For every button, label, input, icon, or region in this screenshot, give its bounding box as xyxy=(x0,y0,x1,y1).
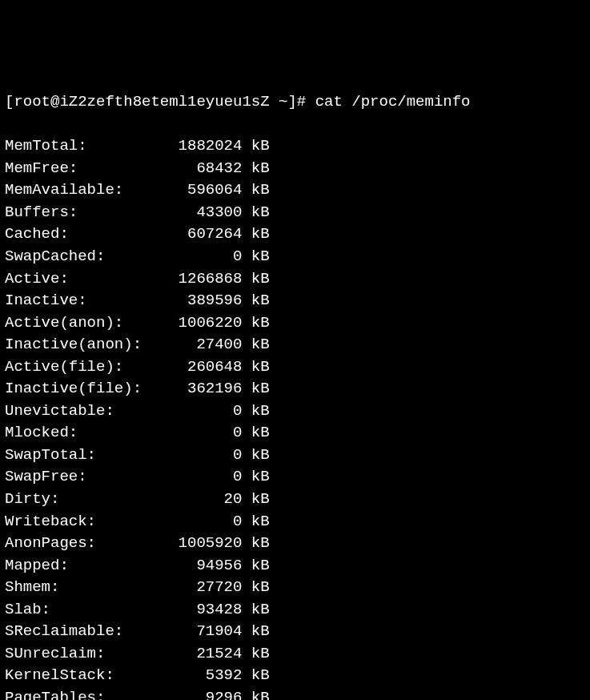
meminfo-unit: kB xyxy=(242,356,269,379)
meminfo-unit: kB xyxy=(242,246,269,268)
meminfo-label: KernelStack: xyxy=(5,665,169,687)
meminfo-row: KernelStack:5392kB xyxy=(5,665,585,687)
meminfo-row: SUnreclaim:21524kB xyxy=(5,643,585,666)
meminfo-unit: kB xyxy=(242,179,269,202)
meminfo-row: Inactive(anon):27400kB xyxy=(5,334,585,356)
meminfo-label: SUnreclaim: xyxy=(5,643,169,666)
meminfo-row: Mlocked:0kB xyxy=(5,422,585,445)
meminfo-row: MemAvailable:596064kB xyxy=(5,179,585,202)
meminfo-row: Mapped:94956kB xyxy=(5,555,585,577)
meminfo-row: Inactive:389596kB xyxy=(5,290,585,312)
meminfo-row: Inactive(file):362196kB xyxy=(5,378,585,400)
meminfo-unit: kB xyxy=(242,665,269,687)
meminfo-row: SwapTotal:0kB xyxy=(5,445,585,467)
meminfo-unit: kB xyxy=(242,334,269,356)
meminfo-unit: kB xyxy=(242,202,269,224)
meminfo-label: Inactive: xyxy=(5,290,169,312)
meminfo-value: 389596 xyxy=(169,290,242,312)
meminfo-row: Dirty:20kB xyxy=(5,489,585,511)
meminfo-label: MemFree: xyxy=(5,158,169,180)
meminfo-value: 21524 xyxy=(169,643,242,666)
meminfo-value: 68432 xyxy=(169,158,242,180)
meminfo-unit: kB xyxy=(242,466,269,489)
meminfo-unit: kB xyxy=(242,312,269,335)
meminfo-row: MemTotal:1882024kB xyxy=(5,135,585,158)
meminfo-unit: kB xyxy=(242,511,269,533)
meminfo-row: Shmem:27720kB xyxy=(5,577,585,599)
meminfo-label: AnonPages: xyxy=(5,533,169,555)
meminfo-label: Active: xyxy=(5,268,169,291)
meminfo-label: Inactive(anon): xyxy=(5,334,169,356)
meminfo-label: Mapped: xyxy=(5,555,169,577)
meminfo-unit: kB xyxy=(242,577,269,599)
meminfo-unit: kB xyxy=(242,445,269,467)
meminfo-row: Active(file):260648kB xyxy=(5,356,585,379)
meminfo-unit: kB xyxy=(242,290,269,312)
meminfo-label: Unevictable: xyxy=(5,400,169,423)
meminfo-value: 93428 xyxy=(169,599,242,622)
meminfo-unit: kB xyxy=(242,400,269,423)
meminfo-value: 27720 xyxy=(169,577,242,599)
meminfo-row: Writeback:0kB xyxy=(5,511,585,533)
meminfo-unit: kB xyxy=(242,268,269,291)
meminfo-label: Mlocked: xyxy=(5,422,169,445)
meminfo-value: 1882024 xyxy=(169,135,242,158)
meminfo-value: 0 xyxy=(169,511,242,533)
meminfo-row: Slab:93428kB xyxy=(5,599,585,622)
meminfo-label: SReclaimable: xyxy=(5,621,169,643)
meminfo-value: 1266868 xyxy=(169,268,242,291)
meminfo-value: 607264 xyxy=(169,223,242,246)
meminfo-value: 20 xyxy=(169,489,242,511)
meminfo-label: Active(anon): xyxy=(5,312,169,335)
meminfo-unit: kB xyxy=(242,378,269,400)
meminfo-label: SwapCached: xyxy=(5,246,169,268)
meminfo-label: MemAvailable: xyxy=(5,179,169,202)
meminfo-label: Writeback: xyxy=(5,511,169,533)
meminfo-value: 0 xyxy=(169,246,242,268)
meminfo-row: Active(anon):1006220kB xyxy=(5,312,585,335)
meminfo-value: 0 xyxy=(169,445,242,467)
meminfo-label: SwapTotal: xyxy=(5,445,169,467)
meminfo-value: 1006220 xyxy=(169,312,242,335)
meminfo-value: 71904 xyxy=(169,621,242,643)
meminfo-row: MemFree:68432kB xyxy=(5,158,585,180)
meminfo-row: Unevictable:0kB xyxy=(5,400,585,423)
meminfo-label: Slab: xyxy=(5,599,169,622)
meminfo-row: SwapFree:0kB xyxy=(5,466,585,489)
meminfo-value: 27400 xyxy=(169,334,242,356)
meminfo-unit: kB xyxy=(242,555,269,577)
meminfo-label: Inactive(file): xyxy=(5,378,169,400)
meminfo-label: SwapFree: xyxy=(5,466,169,489)
meminfo-row: AnonPages:1005920kB xyxy=(5,533,585,555)
meminfo-label: Active(file): xyxy=(5,356,169,379)
meminfo-value: 0 xyxy=(169,400,242,423)
meminfo-value: 94956 xyxy=(169,555,242,577)
meminfo-value: 1005920 xyxy=(169,533,242,555)
meminfo-row: Cached:607264kB xyxy=(5,223,585,246)
meminfo-row: Active:1266868kB xyxy=(5,268,585,291)
meminfo-unit: kB xyxy=(242,643,269,666)
meminfo-value: 9296 xyxy=(169,687,242,700)
meminfo-value: 0 xyxy=(169,422,242,445)
meminfo-value: 0 xyxy=(169,466,242,489)
meminfo-value: 362196 xyxy=(169,378,242,400)
meminfo-unit: kB xyxy=(242,158,269,180)
meminfo-unit: kB xyxy=(242,135,269,158)
meminfo-label: PageTables: xyxy=(5,687,169,700)
meminfo-label: Buffers: xyxy=(5,202,169,224)
meminfo-value: 43300 xyxy=(169,202,242,224)
meminfo-output: MemTotal:1882024kBMemFree:68432kBMemAvai… xyxy=(5,135,585,700)
meminfo-value: 260648 xyxy=(169,356,242,379)
meminfo-value: 5392 xyxy=(169,665,242,687)
meminfo-row: SwapCached:0kB xyxy=(5,246,585,268)
meminfo-label: Cached: xyxy=(5,223,169,246)
meminfo-row: SReclaimable:71904kB xyxy=(5,621,585,643)
meminfo-value: 596064 xyxy=(169,179,242,202)
meminfo-unit: kB xyxy=(242,489,269,511)
shell-prompt[interactable]: [root@iZ2zefth8eteml1eyueu1sZ ~]# cat /p… xyxy=(5,91,585,114)
meminfo-row: Buffers:43300kB xyxy=(5,202,585,224)
meminfo-unit: kB xyxy=(242,223,269,246)
meminfo-row: PageTables:9296kB xyxy=(5,687,585,700)
meminfo-unit: kB xyxy=(242,533,269,555)
meminfo-unit: kB xyxy=(242,422,269,445)
